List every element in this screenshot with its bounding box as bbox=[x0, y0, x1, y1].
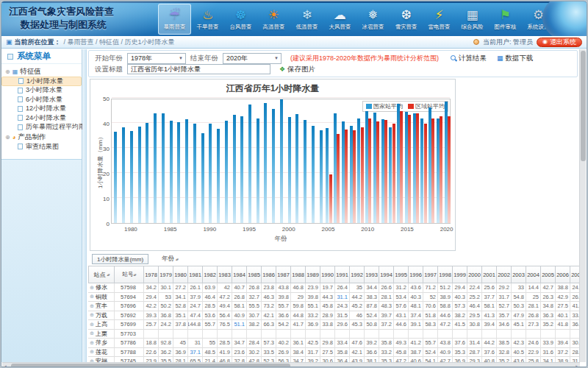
expand-row-icon[interactable]: ⊕ bbox=[90, 330, 94, 336]
horizontal-scrollbar[interactable]: ◂ ▸ bbox=[2, 362, 580, 367]
station-cell[interactable]: ⊕萍乡 bbox=[88, 339, 115, 348]
toolbar-item-low-temp-survey[interactable]: ❄低温普查 bbox=[290, 4, 323, 35]
station-cell[interactable]: ⊕上栗 bbox=[88, 330, 115, 339]
station-cell[interactable]: ⊕莲花 bbox=[88, 348, 115, 358]
column-header-year[interactable]: 1994 bbox=[379, 266, 394, 283]
value-cell: 39.7 bbox=[379, 311, 394, 321]
logout-button[interactable]: ◉ 退出系统 bbox=[537, 38, 582, 47]
tree-group-feature-values[interactable]: ⊕▦特征值 bbox=[1, 66, 82, 77]
toolbar-item-lightning-survey[interactable]: ⚡雷电普查 bbox=[423, 4, 456, 35]
column-header-year[interactable]: 1992 bbox=[350, 266, 365, 283]
column-header-year[interactable]: 1978 bbox=[144, 266, 159, 283]
expand-row-icon[interactable]: ⊕ bbox=[90, 340, 94, 346]
column-header-station[interactable]: 站点 ▴▾ bbox=[88, 266, 115, 283]
start-year-select[interactable]: 1978年 ▼ bbox=[127, 53, 186, 64]
expander-icon[interactable]: ⊕ bbox=[5, 134, 10, 141]
station-cell[interactable]: ⊕安福 bbox=[88, 357, 115, 362]
toolbar-item-risk-calc[interactable]: ▦综合风险 bbox=[456, 4, 489, 35]
column-header-year[interactable]: 2003 bbox=[512, 266, 526, 283]
bar-national-1982 bbox=[146, 123, 148, 223]
download-button[interactable]: ▦ 数据下载 bbox=[497, 54, 534, 63]
vertical-scrollbar-thumb[interactable] bbox=[581, 51, 586, 161]
column-header-year[interactable]: 2000 bbox=[467, 266, 482, 283]
station-cell[interactable]: ⊕铜鼓 bbox=[88, 293, 115, 302]
column-header-year[interactable]: 1998 bbox=[438, 266, 453, 283]
column-header-year[interactable]: 1991 bbox=[335, 266, 350, 283]
column-header-year[interactable]: 1984 bbox=[232, 266, 247, 283]
horizontal-scrollbar-thumb[interactable] bbox=[11, 364, 290, 367]
column-header-station-id[interactable]: 站号 ▴▾ bbox=[115, 266, 144, 283]
column-header-year[interactable]: 1981 bbox=[188, 266, 203, 283]
column-header-year[interactable]: 2005 bbox=[541, 266, 556, 283]
logout-label: 退出系统 bbox=[550, 38, 576, 47]
toolbar-item-gale-survey[interactable]: ☁大风普查 bbox=[323, 4, 356, 35]
scroll-right-icon[interactable]: ▸ bbox=[573, 363, 580, 367]
app-window: 江西省气象灾害风险普查 数据处理与制图系统 ☔暴雨普查♨干旱普查☸台风普查☀高温… bbox=[1, 1, 587, 367]
save-image-button[interactable]: ❖ 保存图片 bbox=[279, 65, 315, 74]
toolbar-item-map-review[interactable]: ⚑图件审核 bbox=[489, 4, 522, 35]
year-filter[interactable]: 年份 ▴▾ bbox=[162, 255, 178, 263]
expand-row-icon[interactable]: ⊕ bbox=[90, 312, 94, 318]
vertical-scrollbar[interactable] bbox=[579, 49, 586, 362]
column-header-year[interactable]: 1985 bbox=[247, 266, 262, 283]
tree-group-product-making[interactable]: ⊕◕产品制作 bbox=[1, 132, 82, 142]
station-cell[interactable]: ⊕万载 bbox=[88, 311, 115, 321]
column-header-year[interactable]: 2001 bbox=[482, 266, 497, 283]
column-header-year[interactable]: 2002 bbox=[497, 266, 512, 283]
expand-row-icon[interactable]: ⊕ bbox=[90, 322, 94, 328]
column-header-year[interactable]: 1990 bbox=[320, 266, 335, 283]
value-cell: 33.2 bbox=[306, 311, 320, 321]
value-cell: 58.1 bbox=[232, 302, 247, 311]
tree-item[interactable]: 3小时降水量 bbox=[1, 86, 82, 96]
column-header-year[interactable]: 1993 bbox=[365, 266, 379, 283]
tree-item[interactable]: 24小时降水量 bbox=[1, 113, 82, 123]
value-cell: 46.3 bbox=[262, 293, 276, 302]
tree-item[interactable]: 12小时降水量 bbox=[1, 105, 82, 114]
tree-item[interactable]: 1小时降水量 bbox=[1, 77, 82, 86]
column-header-year[interactable]: 1996 bbox=[409, 266, 423, 283]
x-tick: 2020 bbox=[437, 226, 457, 233]
value-cell: 34.2 bbox=[144, 283, 159, 293]
column-header-year[interactable]: 1999 bbox=[453, 266, 467, 283]
tree-item[interactable]: 历年暴雨过程平均雨量 bbox=[1, 123, 82, 132]
column-header-year[interactable]: 1983 bbox=[218, 266, 232, 283]
value-cell: 39.1 bbox=[409, 320, 423, 330]
toolbar-item-snow-survey[interactable]: ❆雪灾普查 bbox=[390, 4, 423, 35]
chart-plot: 国家站平均 区域站平均 bbox=[111, 99, 451, 224]
column-header-year[interactable]: 2004 bbox=[526, 266, 541, 283]
scroll-left-icon[interactable]: ◂ bbox=[2, 363, 9, 367]
end-year-select[interactable]: 2020年 ▼ bbox=[223, 53, 282, 64]
toolbar-item-drought-survey[interactable]: ♨干旱普查 bbox=[191, 4, 224, 35]
chart-panel: 江西省历年1小时降水量 1小时降水量（mm） 国家站平均 区域站平均 年份 01… bbox=[90, 79, 456, 251]
station-cell[interactable]: ⊕宜丰 bbox=[88, 302, 115, 311]
tree-item[interactable]: 6小时降水量 bbox=[1, 95, 82, 105]
column-header-year[interactable]: 1979 bbox=[159, 266, 173, 283]
column-header-year[interactable]: 2006 bbox=[556, 266, 570, 283]
expand-row-icon[interactable]: ⊕ bbox=[90, 303, 94, 309]
column-header-year[interactable]: 1987 bbox=[276, 266, 291, 283]
value-cell bbox=[482, 330, 497, 339]
table-measure-button[interactable]: 1小时降水量(mm) bbox=[92, 254, 148, 264]
toolbar-item-typhoon-survey[interactable]: ☸台风普查 bbox=[224, 4, 257, 35]
column-header-year[interactable]: 1988 bbox=[291, 266, 306, 283]
expand-row-icon[interactable]: ⊕ bbox=[90, 349, 94, 355]
start-year-label: 开始年份 bbox=[95, 54, 123, 63]
chart-title-input[interactable] bbox=[127, 64, 270, 74]
column-header-year[interactable]: 1997 bbox=[423, 266, 438, 283]
column-header-year[interactable]: 1989 bbox=[306, 266, 320, 283]
tree-item[interactable]: 审查结果图 bbox=[1, 142, 82, 152]
column-header-year[interactable]: 1995 bbox=[394, 266, 409, 283]
x-tick: 1980 bbox=[121, 226, 141, 233]
expander-icon[interactable]: ⊕ bbox=[5, 68, 10, 75]
column-header-year[interactable]: 1982 bbox=[203, 266, 218, 283]
station-cell[interactable]: ⊕上高 bbox=[88, 320, 115, 330]
toolbar-item-hail-survey[interactable]: ❅冰雹普查 bbox=[356, 4, 390, 35]
toolbar-item-rainstorm-survey[interactable]: ☔暴雨普查 bbox=[158, 4, 191, 35]
station-cell[interactable]: ⊕修水 bbox=[88, 283, 115, 293]
expand-row-icon[interactable]: ⊕ bbox=[90, 285, 94, 291]
column-header-year[interactable]: 1980 bbox=[173, 266, 188, 283]
column-header-year[interactable]: 1986 bbox=[262, 266, 276, 283]
expand-row-icon[interactable]: ⊕ bbox=[90, 294, 94, 300]
toolbar-item-high-temp-survey[interactable]: ☀高温普查 bbox=[257, 4, 290, 35]
calculate-button[interactable]: 计算结果 bbox=[451, 54, 487, 63]
